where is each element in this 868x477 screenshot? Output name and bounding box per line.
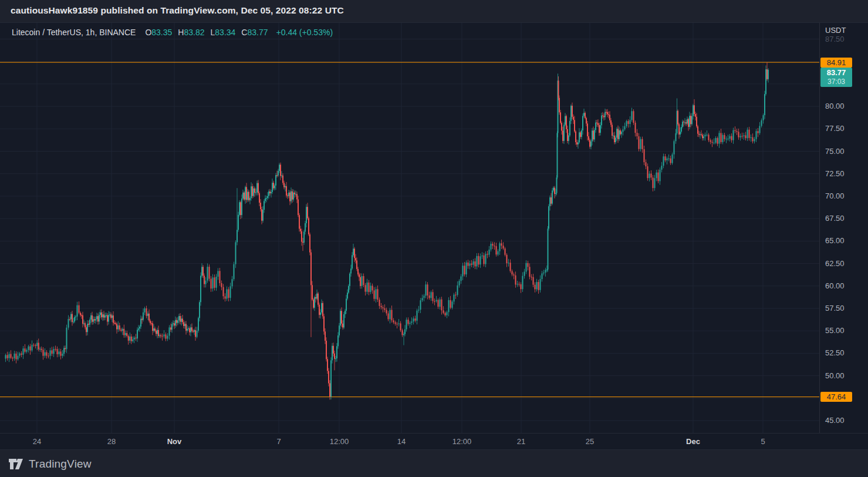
tradingview-logo-icon: [8, 457, 23, 471]
time-axis-label: 7: [276, 437, 281, 446]
time-axis-label: 5: [761, 437, 765, 446]
price-axis-label: 77.50: [825, 124, 845, 133]
price-axis-label: 87.50: [825, 35, 845, 44]
price-change: +0.44 (+0.53%): [276, 28, 333, 37]
time-axis-label: 21: [517, 437, 525, 446]
price-axis-label: 65.00: [825, 236, 845, 246]
currency-label: USDT: [825, 26, 846, 35]
chart-pane[interactable]: Litecoin / TetherUS, 1h, BINANCE O83.35 …: [0, 22, 868, 450]
bar-countdown: 37:03: [820, 78, 852, 86]
ohlc-close: C83.77: [241, 28, 268, 37]
attribution-text: cautiousHawk91859 published on TradingVi…: [11, 5, 344, 16]
time-axis-label: 28: [107, 437, 116, 446]
price-axis-label: 72.50: [825, 169, 845, 179]
candlestick-plot[interactable]: [0, 23, 868, 450]
price-axis-label: 62.50: [825, 259, 845, 268]
price-axis[interactable]: USDT 87.5080.0077.5075.0072.5070.0067.50…: [819, 23, 868, 450]
time-axis[interactable]: 2428Nov712:001412:002125Dec5: [0, 433, 868, 450]
tradingview-snapshot: cautiousHawk91859 published on TradingVi…: [0, 0, 868, 477]
attribution-bar: cautiousHawk91859 published on TradingVi…: [0, 0, 868, 22]
ohlc-low: L83.34: [211, 28, 236, 37]
level-low-badge[interactable]: 47.64: [820, 392, 852, 402]
price-axis-label: 60.00: [825, 281, 845, 291]
price-axis-label: 67.50: [825, 214, 845, 223]
price-axis-label: 55.00: [825, 326, 845, 335]
time-axis-label: 25: [586, 437, 594, 446]
price-axis-label: 50.00: [825, 371, 845, 381]
last-price-value: 83.77: [820, 68, 852, 78]
last-price-badge[interactable]: 83.77 37:03: [820, 68, 852, 87]
time-axis-label: 12:00: [330, 437, 349, 446]
price-axis-label: 75.00: [825, 147, 845, 156]
tradingview-logo-text: TradingView: [29, 458, 92, 471]
time-axis-label: 14: [397, 437, 406, 446]
level-high-badge[interactable]: 84.91: [820, 58, 852, 68]
tradingview-logo[interactable]: TradingView: [8, 457, 92, 471]
price-axis-label: 52.50: [825, 348, 845, 358]
time-axis-label: Nov: [167, 437, 182, 446]
time-axis-label: 12:00: [452, 437, 472, 446]
symbol-title: Litecoin / TetherUS, 1h, BINANCE: [12, 28, 136, 37]
time-axis-label: 24: [33, 437, 41, 446]
time-axis-label: Dec: [686, 437, 700, 446]
ohlc-high: H83.82: [178, 28, 204, 37]
symbol-legend: Litecoin / TetherUS, 1h, BINANCE O83.35 …: [12, 27, 333, 38]
price-axis-label: 57.50: [825, 304, 845, 313]
footer-bar: TradingView: [0, 449, 868, 477]
ohlc-open: O83.35: [145, 28, 172, 37]
price-axis-label: 45.00: [825, 416, 845, 425]
price-axis-label: 80.00: [825, 102, 845, 111]
price-axis-label: 70.00: [825, 192, 845, 201]
